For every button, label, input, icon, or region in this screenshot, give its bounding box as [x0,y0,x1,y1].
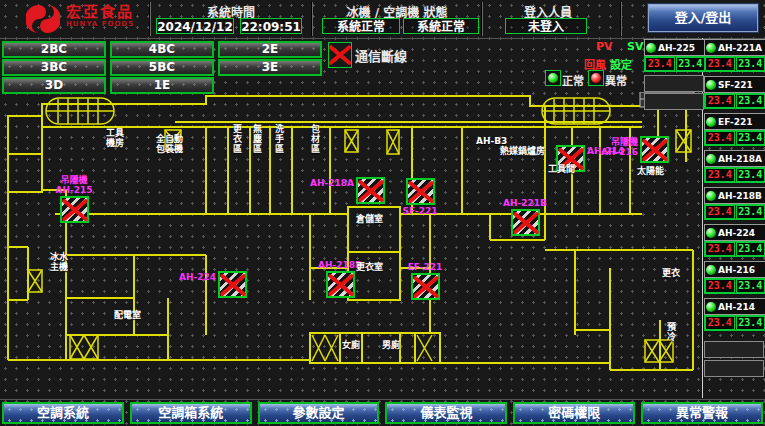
zone-button-2bc[interactable]: 2BC [2,41,106,58]
brand-subtitle: HUNYA FOODS [66,20,134,28]
unit-name: AH-225 [658,43,695,53]
room-label: 工具 機房 [106,128,124,148]
comm-loss-unit-icon [60,196,89,223]
map-unit-吊隱機-AH-215[interactable]: 吊隱機 AH-215 [60,196,89,223]
unit-name: AH-218B [718,191,762,201]
pv-value: 23.4 [705,316,735,330]
sv-value: 23.4 [736,57,765,71]
unit-led-icon [706,191,716,201]
unit-name: AH-221A [718,43,762,53]
sv-value: 23.4 [736,316,765,330]
map-unit-AH-218A[interactable]: AH-218A [356,177,385,204]
nav-button-1[interactable]: 空調箱系統 [130,402,252,424]
unit-led-icon [706,228,716,238]
unit-status-AH-218B[interactable]: AH-218B [704,187,765,204]
map-unit-AH-221B[interactable]: AH-221B [511,209,540,236]
unit-name: EF-221 [718,117,753,127]
system-date-value: 2024/12/12 [156,18,234,34]
room-label: 全自動 包裝機 [156,134,183,154]
unit-name: AH-218A [718,154,762,164]
room-label: 洗手區 [274,124,284,154]
room-label: 更衣 [662,268,680,278]
unit-name: SF-221 [718,80,753,90]
comm-loss-unit-icon [406,178,435,205]
zone-button-4bc[interactable]: 4BC [110,41,214,58]
room-label: 熱媒鍋爐房 [500,146,545,156]
comm-loss-label: 通信斷線 [355,46,407,65]
unit-led-icon [706,302,716,312]
pv-value: 23.4 [705,205,735,219]
unit-status-AH-216[interactable]: AH-216 [704,261,765,278]
nav-button-5[interactable]: 異常警報 [641,402,763,424]
pv-value: 23.4 [705,168,735,182]
map-unit-label: AH-224 [158,272,216,282]
system-time-value: 22:09:51 [240,18,302,34]
hmi-screen: 宏亞食品 HUNYA FOODS 系統時間 2024/12/12 22:09:5… [0,0,765,426]
unit-values-AH-218A: 23.423.4 [704,167,765,183]
sv-column-label: 設定 [610,56,632,72]
unit-led-icon [706,154,716,164]
map-unit-吊隱機-AH-216[interactable]: 吊隱機 AH-216 [640,136,669,163]
zone-button-1e[interactable]: 1E [110,77,214,94]
sv-value: 23.4 [736,168,765,182]
bottom-nav: 空調系統空調箱系統參數設定儀表監視密碼權限異常警報 [2,402,763,424]
unit-led-icon [706,117,716,127]
room-label: 無塵區 [252,124,262,154]
pv-value: 23.4 [705,57,735,71]
login-logout-button[interactable]: 登入/登出 [648,4,758,32]
map-unit-label: SF-221 [392,206,448,216]
nav-button-3[interactable]: 儀表監視 [385,402,507,424]
unit-status-SF-221[interactable]: SF-221 [704,76,765,93]
unit-values-EF-221: 23.423.4 [704,130,765,146]
separator [149,2,151,36]
zone-button-3bc[interactable]: 3BC [2,59,106,76]
unit-values-AH-218B: 23.423.4 [704,204,765,220]
normal-label: 正常 [562,72,584,88]
map-unit-AH-218B[interactable]: AH-218B [326,271,355,298]
empty-slot [644,93,704,110]
room-label: 更衣區 [232,124,242,154]
unit-status-AH-225[interactable]: AH-225 [644,39,706,56]
unit-status-AH-218A[interactable]: AH-218A [704,150,765,167]
empty-slot [704,360,764,377]
room-label: 工具間 [548,164,575,174]
zone-button-3d[interactable]: 3D [2,77,106,94]
ahu-status-value: 系統正常 [403,18,479,34]
unit-status-AH-221A[interactable]: AH-221A [704,39,765,56]
pv-value: 23.4 [705,279,735,293]
comm-loss-unit-icon [218,271,247,298]
unit-name: AH-214 [718,302,755,312]
room-label: 男廁 [382,340,400,350]
sv-value: 23.4 [736,279,765,293]
comm-loss-unit-icon [326,271,355,298]
comm-loss-icon [328,42,352,68]
nav-button-2[interactable]: 參數設定 [258,402,380,424]
zone-button-3e[interactable]: 3E [218,59,322,76]
unit-led-icon [706,265,716,275]
panel-divider [702,38,703,398]
map-unit-label: AH-221B [497,198,553,208]
map-unit-AH-224[interactable]: AH-224 [218,271,247,298]
pv-value: 23.4 [645,57,675,71]
nav-button-4[interactable]: 密碼權限 [513,402,635,424]
comm-loss-unit-icon [511,209,540,236]
map-unit-SF-221[interactable]: SF-221 [406,178,435,205]
unit-status-AH-224[interactable]: AH-224 [704,224,765,241]
comm-loss-unit-icon [356,177,385,204]
pv-header: PV [596,40,613,53]
room-label: 太陽能 [637,166,664,176]
sv-value: 23.4 [736,242,765,256]
unit-values-AH-214: 23.423.4 [704,315,765,331]
separator [620,2,622,36]
zone-button-5bc[interactable]: 5BC [110,59,214,76]
sv-value: 23.4 [736,131,765,145]
zone-button-2e[interactable]: 2E [218,41,322,58]
map-unit-EF-221[interactable]: EF-221 [411,273,440,300]
unit-status-EF-221[interactable]: EF-221 [704,113,765,130]
unit-status-AH-214[interactable]: AH-214 [704,298,765,315]
unit-values-AH-225: 23.423.4 [644,56,706,72]
nav-button-0[interactable]: 空調系統 [2,402,124,424]
separator [481,2,483,36]
map-unit-label: 吊隱機 AH-215 [46,175,102,195]
unit-values-AH-216: 23.423.4 [704,278,765,294]
